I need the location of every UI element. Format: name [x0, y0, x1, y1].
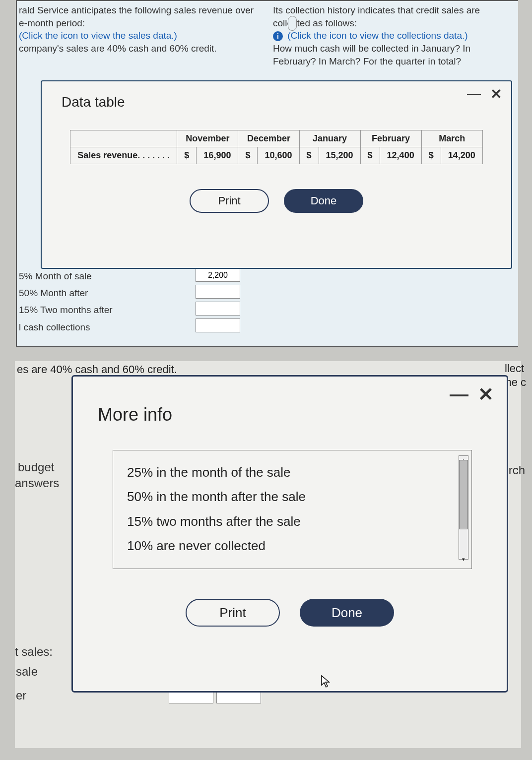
problem-text: rald Service anticipates the following s… — [17, 1, 518, 67]
problem-panel: rald Service anticipates the following s… — [16, 0, 518, 347]
modal-controls: — ✕ — [466, 86, 503, 101]
scroll-thumb[interactable] — [459, 460, 468, 529]
problem-line: How much cash will be collected in Janua… — [273, 42, 512, 55]
row-month-of-sale: 5% Month of sale — [19, 268, 113, 285]
scrollbar[interactable]: ▴ ▾ — [459, 455, 468, 560]
input-cell[interactable] — [196, 285, 240, 299]
cell-value: 15,200 — [319, 147, 360, 164]
fragment-text: rch — [509, 463, 525, 477]
done-button[interactable]: Done — [284, 189, 363, 213]
currency-symbol: $ — [177, 147, 197, 164]
info-line: 50% in the month after the sale — [127, 485, 458, 509]
col-header: February — [360, 130, 421, 147]
currency-symbol: $ — [421, 147, 441, 164]
info-line: 15% two months after the sale — [127, 509, 458, 534]
info-icon: i — [273, 31, 283, 41]
modal-button-row: Print Done — [55, 189, 498, 213]
print-button[interactable]: Print — [186, 599, 280, 627]
row-month-after: 50% Month after — [19, 285, 113, 302]
collection-schedule-rows: 5% Month of sale 50% Month after 15% Two… — [19, 268, 113, 336]
currency-symbol: $ — [360, 147, 380, 164]
row-label: Sales revenue. . . . . . . — [70, 147, 177, 164]
problem-line: e-month period: — [19, 17, 258, 30]
close-button[interactable]: ✕ — [476, 384, 496, 404]
currency-symbol: $ — [299, 147, 319, 164]
info-line: 10% are never collected — [127, 534, 458, 558]
input-cell[interactable]: 2,200 — [196, 268, 240, 282]
col-header: December — [238, 130, 299, 147]
scroll-down-icon[interactable]: ▾ — [459, 554, 468, 560]
table-row: Sales revenue. . . . . . . $ 16,900 $ 10… — [70, 147, 482, 164]
data-table-modal: — ✕ Data table November December January… — [41, 80, 512, 269]
problem-line: collected as follows: — [273, 17, 512, 30]
problem-line: February? In March? For the quarter in t… — [273, 55, 512, 68]
problem-line: rald Service anticipates the following s… — [19, 4, 258, 17]
table-header-row: November December January February March — [70, 130, 482, 147]
cell-value: 16,900 — [197, 147, 238, 164]
collections-link-label: (Click the icon to view the collections … — [287, 30, 467, 41]
mouse-cursor-icon — [321, 675, 331, 691]
cell-value: 10,600 — [258, 147, 299, 164]
sales-data-link[interactable]: (Click the icon to view the sales data.) — [19, 29, 258, 42]
row-two-months-after: 15% Two months after — [19, 302, 113, 318]
problem-right-column: Its collection history indicates that cr… — [258, 4, 512, 67]
more-info-modal: — ✕ More info 25% in the month of the sa… — [71, 375, 508, 693]
minimize-button[interactable]: — — [466, 86, 481, 101]
modal-title: Data table — [62, 94, 498, 110]
modal-controls: — ✕ — [449, 384, 496, 404]
currency-symbol: $ — [238, 147, 258, 164]
minimize-button[interactable]: — — [449, 384, 469, 404]
fragment-text: answers — [15, 476, 59, 490]
done-button[interactable]: Done — [300, 599, 394, 627]
fragment-text: budget — [18, 460, 54, 474]
print-button[interactable]: Print — [190, 189, 269, 213]
modal-button-row: Print Done — [93, 599, 487, 627]
info-line: 25% in the month of the sale — [127, 460, 458, 485]
sales-revenue-table: November December January February March… — [70, 130, 482, 164]
collections-data-link[interactable]: i (Click the icon to view the collection… — [273, 29, 512, 42]
col-header: March — [421, 130, 482, 147]
bottom-photo-area: es are 40% cash and 60% credit. llect he… — [15, 361, 521, 748]
collections-info-box: 25% in the month of the sale 50% in the … — [113, 450, 472, 569]
problem-line: Its collection history indicates that cr… — [273, 4, 512, 17]
row-total-cash: l cash collections — [19, 319, 113, 336]
fragment-text: llect — [505, 362, 524, 375]
input-cell[interactable] — [196, 302, 240, 316]
problem-line: company's sales are 40% cash and 60% cre… — [19, 42, 258, 55]
fragment-text: er — [16, 689, 26, 702]
blank-header — [70, 130, 177, 147]
close-button[interactable]: ✕ — [488, 86, 503, 101]
binder-spine-icon — [288, 16, 297, 31]
col-header: November — [177, 130, 238, 147]
fragment-text: es are 40% cash and 60% credit. — [15, 361, 521, 376]
input-cell[interactable] — [196, 318, 240, 332]
cell-value: 12,400 — [380, 147, 421, 164]
fragment-text: sale — [16, 665, 38, 679]
fragment-text: he c — [505, 376, 526, 389]
cell-value: 14,200 — [441, 147, 482, 164]
problem-left-column: rald Service anticipates the following s… — [19, 4, 258, 67]
modal-title: More info — [98, 404, 487, 425]
col-header: January — [299, 130, 360, 147]
collection-input-column: 2,200 — [196, 268, 240, 335]
fragment-text: t sales: — [15, 645, 53, 659]
